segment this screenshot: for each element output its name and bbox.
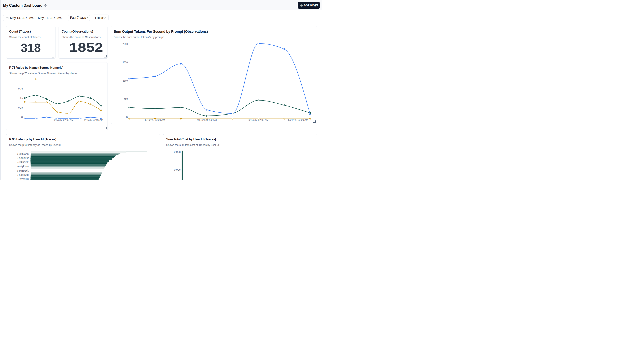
svg-text:1100: 1100 [123, 79, 128, 82]
svg-text:0.006: 0.006 [174, 168, 180, 171]
svg-text:u-5M8D56k: u-5M8D56k [17, 169, 29, 172]
svg-text:0.5: 0.5 [20, 97, 23, 100]
svg-text:u-aobnuxf: u-aobnuxf [17, 156, 29, 160]
svg-text:0.008: 0.008 [174, 150, 180, 153]
svg-text:550: 550 [124, 97, 128, 100]
svg-text:u-d3qr5cg: u-d3qr5cg [17, 173, 29, 176]
svg-text:u-8sq2w4a: u-8sq2w4a [17, 152, 29, 155]
svg-text:0.75: 0.75 [18, 87, 23, 90]
svg-text:5/21/25, 02:00 AM: 5/21/25, 02:00 AM [84, 118, 103, 121]
svg-text:2200: 2200 [122, 42, 128, 46]
svg-text:u-zVqP3hw: u-zVqP3hw [17, 165, 29, 168]
svg-text:u-tFAR5TX: u-tFAR5TX [17, 160, 29, 164]
svg-text:5/17/25, 02:00 AM: 5/17/25, 02:00 AM [54, 118, 74, 121]
svg-text:u-8fVa9T3: u-8fVa9T3 [17, 177, 29, 180]
svg-text:0: 0 [126, 116, 128, 119]
svg-text:1650: 1650 [123, 61, 128, 64]
svg-text:0.25: 0.25 [18, 106, 23, 109]
svg-text:1: 1 [22, 77, 23, 81]
svg-text:0: 0 [21, 116, 23, 119]
